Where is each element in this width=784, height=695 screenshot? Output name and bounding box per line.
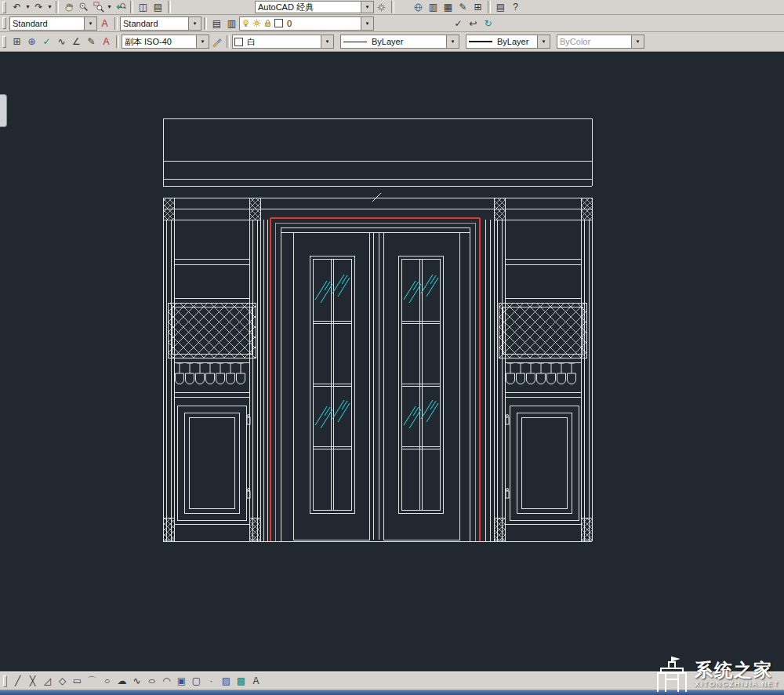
cad-drawing[interactable] xyxy=(0,52,784,671)
line-icon[interactable]: ╱ xyxy=(10,675,25,688)
toolbar-grip[interactable] xyxy=(3,675,7,687)
dim-style-value: 副本 ISO-40 xyxy=(122,36,196,48)
linetype-sample xyxy=(343,42,367,42)
current-layer-name: 0 xyxy=(285,19,361,28)
color-dropdown-arrow[interactable] xyxy=(321,35,333,48)
zoom-previous-icon[interactable] xyxy=(113,1,128,14)
designcenter-globe-icon[interactable] xyxy=(411,1,426,14)
lineweight-dropdown-arrow[interactable] xyxy=(537,35,550,48)
sheetset-manager-icon[interactable]: ▦ xyxy=(441,1,456,14)
text-style-value: Standard xyxy=(10,19,84,28)
properties-palette-icon[interactable]: ▤ xyxy=(151,1,165,14)
toolbar-separator xyxy=(227,35,230,48)
model-space-canvas[interactable] xyxy=(0,52,784,671)
collapsed-toolbar-tab[interactable] xyxy=(0,94,7,127)
table-style-value: Standard xyxy=(121,19,188,28)
properties-icon[interactable]: ▤ xyxy=(493,1,508,14)
edit-polyline-icon[interactable]: ∠ xyxy=(69,35,84,49)
plot-style-dropdown-arrow xyxy=(631,35,644,48)
layer-properties-manager-icon[interactable]: ▤ xyxy=(209,16,224,30)
edit-spline-icon[interactable]: ∿ xyxy=(54,35,69,49)
layer-combo[interactable]: 0 xyxy=(239,16,374,31)
toolbar-separator xyxy=(168,1,171,13)
mtext-icon[interactable]: A xyxy=(249,675,263,688)
current-color-value: 白 xyxy=(245,36,321,48)
linetype-dropdown-arrow[interactable] xyxy=(446,35,459,48)
toolpalettes-icon[interactable]: ▥ xyxy=(426,1,441,14)
undo-icon[interactable]: ↶ xyxy=(9,1,24,14)
lineweight-combo[interactable]: ByLayer xyxy=(466,35,550,49)
undo-dropdown-icon[interactable] xyxy=(24,1,31,14)
plot-preview-icon[interactable]: ◫ xyxy=(136,1,151,14)
dim-style-combo[interactable]: 副本 ISO-40 xyxy=(122,35,209,49)
linetype-value: ByLayer xyxy=(369,37,446,46)
table-style-dropdown-arrow[interactable] xyxy=(188,17,201,30)
lineweight-value: ByLayer xyxy=(495,37,537,46)
lineweight-sample xyxy=(469,41,492,42)
edit-table-icon[interactable]: ⊞ xyxy=(9,35,24,49)
dim-style-dropdown-arrow[interactable] xyxy=(196,35,209,48)
arc-icon[interactable]: ⌒ xyxy=(85,675,100,688)
make-block-icon[interactable]: ▢ xyxy=(189,675,204,688)
layer-on-bulb-icon[interactable] xyxy=(240,19,251,27)
make-object-layer-current-icon[interactable]: ✓ xyxy=(451,16,466,30)
layer-update-icon[interactable]: ↻ xyxy=(481,16,495,30)
toolbar-separator xyxy=(114,17,118,30)
linetype-combo[interactable]: ByLayer xyxy=(340,35,459,49)
color-combo[interactable]: 白 xyxy=(232,35,334,49)
toolbar-separator xyxy=(204,17,207,30)
zoom-realtime-icon[interactable] xyxy=(76,1,91,14)
styles-and-layers-toolbar: Standard A Standard ▤ ▥ 0 ✓ ↩ ↻ xyxy=(0,15,784,32)
text-style-combo[interactable]: Standard xyxy=(9,16,97,31)
construction-line-icon[interactable]: ╳ xyxy=(25,675,40,688)
toolbar-grip[interactable] xyxy=(2,17,6,29)
polygon-icon[interactable]: ◇ xyxy=(55,675,70,688)
toolbar-grip[interactable] xyxy=(2,36,6,48)
workspace-settings-gear-icon[interactable] xyxy=(374,1,389,14)
command-window-border xyxy=(0,690,784,695)
quickcalc-icon[interactable]: ⊞ xyxy=(470,1,485,14)
toolbar-separator xyxy=(488,1,491,13)
help-icon[interactable]: ? xyxy=(508,1,523,14)
markup-set-icon[interactable]: ✎ xyxy=(456,1,470,14)
plot-style-value: ByColor xyxy=(557,37,631,46)
text-style-dropdown-arrow[interactable] xyxy=(84,17,96,30)
insert-block-icon[interactable]: ▣ xyxy=(174,675,189,688)
edit-text-icon[interactable]: A xyxy=(99,35,114,49)
current-color-swatch xyxy=(234,38,243,46)
gradient-icon[interactable]: ▩ xyxy=(234,675,249,688)
rectangle-icon[interactable]: ▭ xyxy=(70,675,85,688)
layer-freeze-sun-icon[interactable] xyxy=(251,19,262,27)
zoom-dropdown-icon[interactable] xyxy=(106,1,113,14)
workspace-combo[interactable]: AutoCAD 经典 xyxy=(255,1,374,13)
layer-lock-icon[interactable] xyxy=(262,19,273,27)
redo-dropdown-icon[interactable] xyxy=(46,1,53,14)
plot-style-combo: ByColor xyxy=(557,35,644,49)
revision-cloud-icon[interactable]: ☁ xyxy=(114,675,129,688)
toolbar-separator xyxy=(56,1,59,13)
standard-toolbar: ↶ ↷ ◫ ▤ AutoCAD 经典 ▥ ▦ ✎ ⊞ ▤ ? xyxy=(0,0,784,15)
ellipse-icon[interactable]: ○ xyxy=(141,675,162,688)
toolbar-separator xyxy=(391,1,394,13)
toolbar-grip[interactable] xyxy=(2,2,6,13)
edit-attribute-icon[interactable]: ✎ xyxy=(84,35,99,49)
pan-icon[interactable] xyxy=(61,1,76,14)
point-icon[interactable]: ∙ xyxy=(204,675,219,688)
match-properties-brush-icon[interactable] xyxy=(209,35,224,49)
layer-previous-icon[interactable]: ↩ xyxy=(466,16,481,30)
edit-array-icon[interactable]: ⊕ xyxy=(24,35,39,49)
text-style-manager-icon[interactable]: A xyxy=(97,16,112,30)
layer-dropdown-arrow[interactable] xyxy=(361,17,373,30)
workspace-value: AutoCAD 经典 xyxy=(256,2,361,13)
zoom-window-icon[interactable] xyxy=(91,1,106,14)
hatch-icon[interactable]: ▨ xyxy=(219,675,234,688)
redo-icon[interactable]: ↷ xyxy=(31,1,46,14)
table-style-combo[interactable]: Standard xyxy=(120,16,201,31)
layer-color-swatch[interactable] xyxy=(274,19,283,27)
circle-icon[interactable]: ○ xyxy=(100,675,114,688)
workspace-dropdown-arrow[interactable] xyxy=(361,2,373,13)
layer-states-manager-icon[interactable]: ▥ xyxy=(224,16,239,30)
spell-check-icon[interactable]: ✓ xyxy=(39,35,54,49)
polyline-icon[interactable]: ◿ xyxy=(40,675,55,688)
toolbar-separator xyxy=(130,1,133,13)
